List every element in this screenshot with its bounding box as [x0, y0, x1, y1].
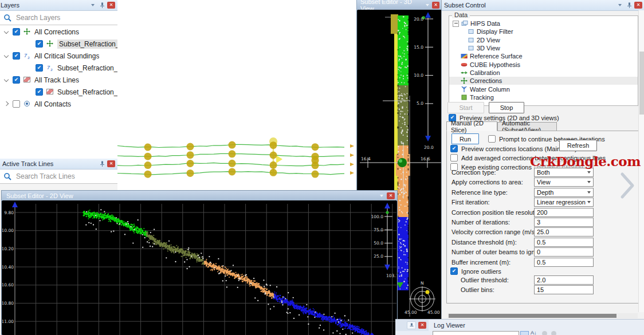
layers-tree-item[interactable]: 73Subset_Refraction_...: [0, 62, 117, 74]
layers-tree-item[interactable]: Subset_Refraction_...: [0, 86, 117, 98]
prompt-checkbox[interactable]: [488, 135, 496, 143]
field-label: Velocity correction range (m/s):: [451, 228, 539, 235]
window-menu-icon[interactable]: [378, 192, 386, 199]
window-menu-icon[interactable]: [616, 2, 624, 9]
log-filter-input[interactable]: [433, 331, 519, 335]
data-tree-item[interactable]: Corrections: [449, 77, 638, 85]
field-value: 15: [537, 286, 544, 293]
refresh-button[interactable]: Refresh: [559, 140, 597, 151]
field-select[interactable]: Both: [534, 168, 594, 177]
layer-checkbox[interactable]: [13, 52, 20, 60]
chevron-down-icon[interactable]: [3, 53, 9, 59]
horizontal-scrollbar[interactable]: [447, 313, 638, 318]
data-tree-item[interactable]: Display Filter: [449, 27, 638, 36]
field-input[interactable]: 3: [534, 218, 594, 227]
close-icon[interactable]: ✕: [387, 192, 395, 199]
add-averaged-checkbox[interactable]: [450, 154, 458, 161]
start-button[interactable]: Start: [447, 102, 484, 113]
field-select[interactable]: Depth: [534, 188, 594, 197]
layers-tree-item[interactable]: All Track Lines: [0, 74, 117, 86]
data-tree-item[interactable]: Reference Surface: [449, 52, 638, 60]
data-tree-item[interactable]: Water Column: [449, 85, 638, 93]
pin-icon[interactable]: [98, 160, 106, 167]
log-toolbar-sort-icon[interactable]: A↓: [531, 330, 537, 335]
log-viewer-title: Log Viewer: [434, 322, 465, 329]
preview-corrections-checkbox[interactable]: [450, 145, 458, 152]
view-2d-canvas[interactable]: 9.8010.0010.2010.4010.6010.8011.00100.07…: [2, 200, 396, 335]
field-input[interactable]: 0.5: [534, 238, 594, 247]
tab-manual-2d-slice[interactable]: Manual (2D Slice): [446, 121, 497, 131]
collapse-minus-icon[interactable]: [453, 21, 459, 27]
main-map-view[interactable]: [117, 0, 356, 190]
chevron-down-icon[interactable]: [3, 29, 9, 35]
field-value: 25.0: [537, 228, 549, 235]
scrollbar-thumb[interactable]: [449, 314, 616, 318]
track-lines-search-input[interactable]: [15, 172, 114, 181]
scrollbar-thumb[interactable]: [639, 52, 644, 115]
layers-tree-item[interactable]: 73All Critical Soundings: [0, 50, 117, 62]
active-track-lines-panel: Active Track Lines ✕: [0, 159, 118, 190]
field-input[interactable]: 25.0: [534, 227, 594, 237]
field-input[interactable]: 2.0: [534, 275, 594, 285]
data-tree-item[interactable]: Calibration: [449, 69, 638, 77]
panel-expand-chevron-icon[interactable]: [620, 172, 636, 200]
ignore-outliers-checkbox[interactable]: [450, 267, 458, 275]
data-tree-item[interactable]: 3D View: [449, 44, 638, 52]
close-icon[interactable]: ✕: [432, 2, 439, 9]
data-tree-item[interactable]: Tracking: [449, 93, 638, 101]
data-tree-item[interactable]: 2D View: [449, 36, 638, 44]
close-icon[interactable]: ✕: [107, 160, 115, 167]
close-icon[interactable]: ✕: [107, 2, 115, 9]
chevron-down-icon[interactable]: [3, 77, 9, 83]
log-toolbar-highlight-icon[interactable]: [520, 331, 529, 335]
field-value: 0: [537, 249, 540, 255]
svg-text:15.0: 15.0: [414, 45, 423, 50]
close-icon[interactable]: ✕: [634, 2, 642, 9]
field-value: 0.5: [537, 259, 545, 266]
close-icon[interactable]: ✕: [418, 322, 426, 329]
field-input[interactable]: 15: [534, 285, 594, 294]
layer-checkbox[interactable]: [13, 76, 20, 84]
field-input[interactable]: 0.5: [534, 258, 594, 267]
log-toolbar-export-icon[interactable]: [551, 331, 556, 335]
chevron-right-icon[interactable]: [3, 101, 9, 107]
search-icon: [3, 172, 11, 180]
window-menu-icon[interactable]: [89, 2, 97, 9]
pin-icon[interactable]: [98, 2, 106, 9]
layer-checkbox[interactable]: [36, 40, 43, 48]
chevron-down-icon: [380, 195, 383, 197]
layers-tree-item[interactable]: Subset_Refraction_...: [0, 38, 117, 50]
layers-search-input[interactable]: [15, 13, 114, 22]
log-toolbar-clear-icon[interactable]: [542, 331, 547, 335]
data-tree-item[interactable]: CUBE Hypothesis: [449, 60, 638, 68]
layers-tree-item[interactable]: All Corrections: [0, 26, 117, 38]
layers-tree-item[interactable]: All Contacts: [0, 98, 117, 110]
field-input[interactable]: 0: [534, 247, 594, 257]
stop-button[interactable]: Stop: [489, 102, 524, 113]
svg-text:75.0: 75.0: [374, 227, 383, 232]
field-select[interactable]: Linear regression: [534, 198, 594, 207]
field-label: Number of outer beams to ignore:: [451, 249, 545, 255]
field-value: 0.5: [537, 239, 545, 246]
form-row: Buffer increment (m):0.5: [447, 258, 640, 267]
data-tree-label: Corrections: [470, 77, 502, 84]
layer-label: All Contacts: [34, 100, 71, 108]
run-button[interactable]: Run: [451, 133, 479, 144]
layers-search-row: [0, 11, 117, 25]
chevron-down-icon: [587, 181, 591, 183]
field-label: Outlier bins:: [461, 286, 494, 293]
tab-automatic-subset-view[interactable]: Automatic (Subset/View): [497, 122, 557, 131]
pin-icon[interactable]: [625, 2, 633, 9]
svg-text:10.40: 10.40: [2, 265, 14, 270]
svg-text:11.00: 11.00: [2, 319, 14, 324]
layer-checkbox[interactable]: [13, 100, 20, 108]
window-menu-icon[interactable]: [423, 2, 431, 9]
form-row: Apply corrections to area:View: [447, 178, 640, 187]
layer-checkbox[interactable]: [36, 64, 43, 72]
data-tree-item[interactable]: HIPS Data: [449, 19, 638, 27]
field-input[interactable]: 200: [534, 208, 594, 217]
field-select[interactable]: View: [534, 178, 594, 187]
layer-checkbox[interactable]: [36, 88, 43, 96]
layer-checkbox[interactable]: [13, 28, 20, 36]
pin-icon[interactable]: [407, 321, 416, 329]
